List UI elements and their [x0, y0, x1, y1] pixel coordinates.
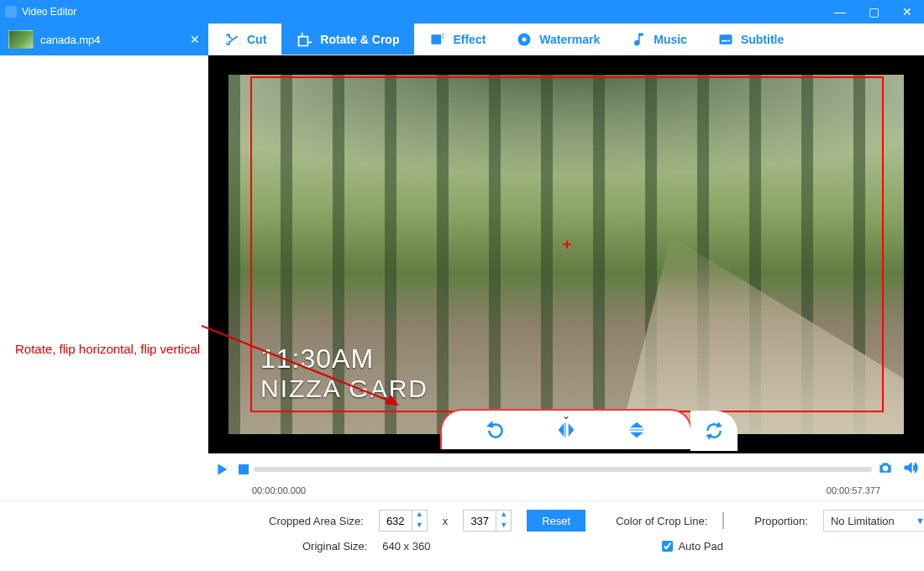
crop-width-field[interactable]: ▲▼ — [379, 510, 428, 532]
tab-label: Subtitle — [741, 33, 784, 46]
crop-color-label: Color of Crop Line: — [616, 515, 707, 527]
window-controls: — ▢ ✕ — [823, 0, 924, 24]
spin-down[interactable]: ▼ — [412, 521, 427, 532]
camera-icon — [877, 459, 894, 476]
tab-watermark[interactable]: Watermark — [501, 24, 615, 55]
auto-pad-checkbox[interactable]: Auto Pad — [662, 540, 723, 553]
refresh-icon — [703, 420, 725, 442]
stop-button[interactable] — [239, 464, 249, 474]
reset-button[interactable]: Reset — [527, 510, 585, 532]
tab-effect[interactable]: Effect — [414, 24, 501, 55]
minimize-button[interactable]: — — [823, 0, 857, 24]
window-title: Video Editor — [22, 6, 76, 18]
crop-width-input[interactable] — [380, 515, 412, 527]
frame-overlay-text: 11:30AM NIZZA GARD — [260, 343, 428, 403]
original-size-value: 640 x 360 — [382, 540, 430, 553]
svg-point-1 — [522, 37, 527, 41]
rotate-clockwise-button[interactable] — [479, 413, 512, 447]
spin-down[interactable]: ▼ — [496, 521, 511, 532]
music-icon — [630, 31, 647, 48]
original-size-label: Original Size: — [302, 540, 367, 553]
rotate-clockwise-icon — [485, 419, 507, 441]
bottom-panel: Cropped Area Size: ▲▼ x ▲▼ Reset Color o… — [0, 500, 924, 571]
subtitle-icon — [717, 31, 734, 48]
tab-label: Cut — [247, 33, 266, 46]
rotate-toolbar: ⌄ — [440, 409, 692, 449]
crop-icon — [297, 31, 313, 48]
time-current: 00:00:00.000 — [252, 485, 306, 495]
tab-cut[interactable]: Cut — [208, 24, 281, 55]
play-icon — [213, 460, 231, 479]
volume-button[interactable] — [902, 459, 919, 479]
svg-rect-4 — [727, 39, 730, 41]
flip-vertical-icon — [626, 419, 648, 441]
cropped-size-label: Cropped Area Size: — [269, 515, 364, 527]
effect-icon — [429, 31, 446, 48]
play-button[interactable] — [210, 458, 234, 481]
tab-music[interactable]: Music — [615, 24, 702, 55]
tab-label: Effect — [453, 33, 486, 46]
topbar: canada.mp4 ✕ Cut Rotate & Crop Effect Wa… — [0, 24, 924, 55]
seek-track[interactable] — [254, 467, 872, 472]
file-tab[interactable]: canada.mp4 ✕ — [0, 24, 208, 55]
flip-horizontal-icon — [555, 419, 577, 441]
svg-rect-2 — [719, 34, 732, 45]
spin-up[interactable]: ▲ — [412, 510, 427, 521]
tab-label: Rotate & Crop — [320, 33, 399, 46]
tab-subtitle[interactable]: Subtitle — [702, 24, 799, 55]
spin-up[interactable]: ▲ — [496, 510, 511, 521]
file-close-icon[interactable]: ✕ — [190, 33, 200, 46]
svg-rect-3 — [722, 39, 727, 41]
crop-height-input[interactable] — [464, 515, 496, 527]
tab-rotate-crop[interactable]: Rotate & Crop — [281, 24, 414, 55]
snapshot-button[interactable] — [877, 459, 894, 479]
watermark-icon — [516, 31, 533, 48]
refresh-button[interactable] — [697, 414, 731, 448]
auto-pad-label: Auto Pad — [678, 540, 723, 553]
crop-center-icon: + — [563, 236, 572, 254]
close-button[interactable]: ✕ — [890, 0, 924, 24]
overlay-place: NIZZA GARD — [260, 375, 428, 403]
tab-label: Watermark — [539, 33, 600, 46]
file-thumbnail — [8, 30, 34, 49]
rotate-toolbar-extra — [690, 411, 738, 451]
x-separator: x — [443, 515, 449, 527]
file-name: canada.mp4 — [40, 34, 101, 46]
time-row: 00:00:00.000 00:00:57.377 — [0, 485, 924, 500]
titlebar: Video Editor — ▢ ✕ — [0, 0, 924, 24]
crop-color-swatch[interactable] — [722, 512, 724, 529]
overlay-time: 11:30AM — [260, 343, 428, 375]
time-duration: 00:00:57.377 — [827, 485, 880, 495]
crop-height-field[interactable]: ▲▼ — [463, 510, 512, 532]
flip-vertical-button[interactable] — [620, 413, 654, 447]
main: Rotate, flip horizontal, flip vertical +… — [0, 55, 924, 453]
maximize-button[interactable]: ▢ — [857, 0, 890, 24]
proportion-select[interactable]: No Limitation ▼ — [823, 510, 924, 532]
sidebar: Rotate, flip horizontal, flip vertical — [0, 55, 208, 453]
proportion-label: Proportion: — [754, 515, 808, 527]
annotation-text: Rotate, flip horizontal, flip vertical — [15, 341, 200, 358]
tool-tabs: Cut Rotate & Crop Effect Watermark Music… — [208, 24, 924, 55]
playback-bar — [0, 453, 924, 485]
scissors-icon — [223, 31, 240, 48]
preview-area: + 11:30AM NIZZA GARD ⌄ — [208, 55, 924, 453]
tab-label: Music — [654, 33, 687, 46]
app-icon — [5, 6, 17, 18]
auto-pad-input[interactable] — [662, 541, 673, 552]
chevron-down-icon[interactable]: ⌄ — [562, 410, 570, 422]
proportion-value: No Limitation — [831, 515, 895, 527]
volume-icon — [902, 459, 919, 476]
chevron-down-icon: ▼ — [916, 516, 924, 526]
